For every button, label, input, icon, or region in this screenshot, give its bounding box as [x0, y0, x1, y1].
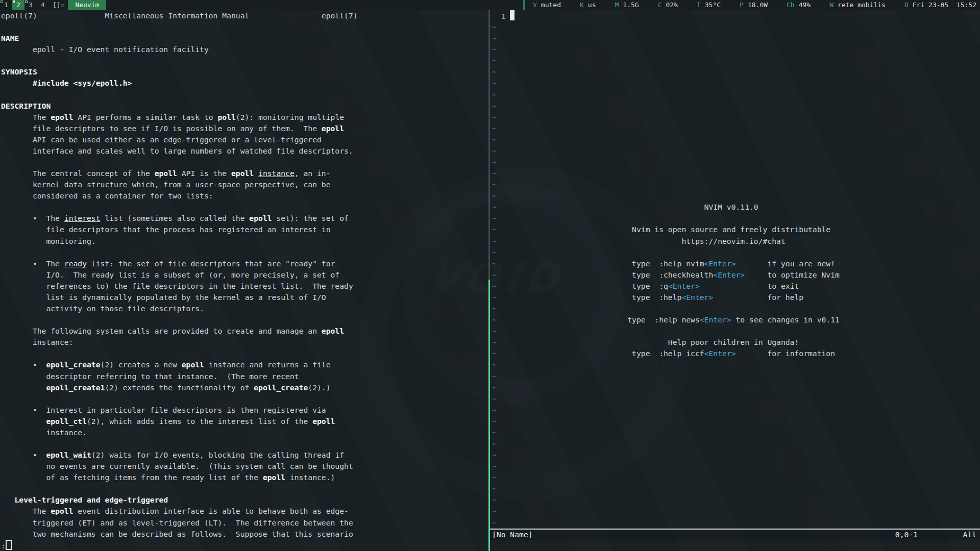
text-row: ~ Help poor children in Uganda! [492, 337, 980, 348]
text-row: API can be used either as an edge-trigge… [1, 134, 488, 145]
workspace-tag-4[interactable]: 4 [37, 0, 49, 10]
man-page-text: epoll(7) Miscellaneous Information Manua… [0, 10, 488, 551]
text-row: file descriptors to see if I/O is possib… [1, 123, 488, 134]
workspace-tag-1[interactable]: 1 [0, 0, 12, 10]
text-row: no events are currently available. (This… [1, 461, 488, 472]
text-row: SYNOPSIS [1, 66, 488, 78]
text-row: epoll(7) Miscellaneous Information Manua… [1, 10, 488, 21]
workspace-tag-2[interactable]: 2 [12, 0, 24, 10]
text-row: epoll_create1(2) extends the functionali… [1, 382, 488, 393]
status-item-W: Wrete mobilis [829, 0, 886, 10]
status-area: VmutedKusM1.5GC02%T35°CP18.0WCh49%Wrete … [523, 0, 980, 10]
text-row [1, 21, 488, 33]
text-row: considered as a container for two lists: [1, 190, 488, 202]
status-label: P [740, 1, 744, 9]
text-row: ~ [492, 78, 980, 89]
text-row: ~ [492, 66, 980, 78]
text-row [1, 157, 488, 168]
text-row: ~ [492, 101, 980, 112]
text-row: ~ [492, 157, 980, 168]
text-row: DESCRIPTION [1, 101, 488, 112]
tag-label: 2 [16, 1, 20, 9]
text-row: ~ [492, 21, 980, 33]
text-row: • The ready list: the set of file descri… [1, 258, 488, 269]
text-row: ~ [492, 89, 980, 101]
text-row: ~ [492, 134, 980, 145]
text-row: ~ [492, 190, 980, 202]
text-row: ~ [492, 472, 980, 483]
text-row: ~ [492, 517, 980, 529]
tag-client-indicator [25, 1, 28, 3]
text-row: ~ [492, 303, 980, 314]
text-row: references to) the file descriptors in t… [1, 281, 488, 292]
text-row: ~ type :help news<Enter> to see changes … [492, 314, 980, 325]
text-row: ~ [492, 371, 980, 382]
text-row: ~ [492, 506, 980, 517]
text-row: of as fetching items from the ready list… [1, 472, 488, 483]
text-row: ~ type :checkhealth<Enter> to optimize N… [492, 269, 980, 281]
text-row: instance: [1, 337, 488, 348]
text-row: ~ [492, 461, 980, 472]
scrollbar-trough [488, 10, 490, 280]
text-row: ~ [492, 483, 980, 494]
status-value: 35°C [705, 1, 721, 9]
status-label: W [829, 1, 834, 9]
status-item-C: C02% [658, 0, 678, 10]
text-row [1, 55, 488, 66]
text-row: ~ type :q<Enter> to exit [492, 281, 980, 292]
status-label: D [904, 1, 909, 9]
text-row: • epoll_wait(2) waits for I/O events, bl… [1, 449, 488, 461]
text-row: file descriptors that the process has re… [1, 224, 488, 235]
workspace-tag-3[interactable]: 3 [24, 0, 37, 10]
text-row [1, 314, 488, 325]
text-row: ~ type :help nvim<Enter> if you are new! [492, 258, 980, 269]
text-row: ~ [492, 112, 980, 123]
scrollbar-thumb[interactable] [488, 280, 490, 551]
text-row: ~ [492, 33, 980, 44]
tag-client-indicator [13, 1, 15, 3]
text-row: 1 [492, 10, 980, 21]
text-row: ~ [492, 179, 980, 190]
status-value: Fri 23-05 15:52 [913, 1, 976, 9]
status-value: rete mobilis [838, 1, 886, 9]
text-row: • Interest in particular file descriptor… [1, 405, 488, 416]
text-row: ~ [492, 55, 980, 66]
text-row: ~ [492, 405, 980, 416]
text-row: ~ type :help<Enter> for help [492, 292, 980, 303]
text-row: ~ type :help iccf<Enter> for information [492, 348, 980, 359]
text-row: ~ [492, 247, 980, 258]
text-row: triggered (ET) and as level-triggered (L… [1, 517, 488, 529]
text-row: epoll - I/O event notification facility [1, 44, 488, 55]
text-row: ~ [492, 44, 980, 55]
text-row: instance. [1, 427, 488, 438]
layout-symbol[interactable]: []= [49, 0, 68, 10]
text-row [1, 438, 488, 449]
text-row: • epoll_create(2) creates a new epoll in… [1, 359, 488, 370]
status-item-D: DFri 23-05 15:52 [904, 0, 976, 10]
ruler: 0,0-1 All [895, 530, 976, 539]
status-item-T: T35°C [697, 0, 721, 10]
text-row: : [1, 540, 488, 551]
tag-label: 4 [41, 1, 45, 9]
text-row: The epoll event distribution interface i… [1, 506, 488, 517]
neovim-window[interactable]: 1 ~~~~~~~~~~~~~~~~~ NVIM v0.11.0~~ Nvim … [490, 10, 980, 551]
status-item-Ch: Ch49% [787, 0, 811, 10]
text-row: two mechanisms can be described as follo… [1, 529, 488, 540]
tag-label: 1 [4, 1, 8, 9]
text-row: The epoll API performs a similar task to… [1, 112, 488, 123]
text-row: ~ [492, 145, 980, 157]
text-row: ~ [492, 416, 980, 427]
text-row: ~ [492, 449, 980, 461]
status-item-P: P18.0W [740, 0, 768, 10]
text-row: ~ [492, 123, 980, 134]
tag-label: 3 [29, 1, 33, 9]
text-row: ~ [492, 213, 980, 224]
text-row: epoll_ctl(2), which adds items to the in… [1, 416, 488, 427]
text-row [1, 202, 488, 213]
buffer-name: [No Name] [492, 530, 533, 539]
status-item-K: Kus [580, 0, 596, 10]
terminal-man-page[interactable]: epoll(7) Miscellaneous Information Manua… [0, 10, 488, 551]
window-title: Neovim [68, 0, 106, 10]
text-row: ~ [492, 382, 980, 393]
text-row: list is dynamically populated by the ker… [1, 292, 488, 303]
